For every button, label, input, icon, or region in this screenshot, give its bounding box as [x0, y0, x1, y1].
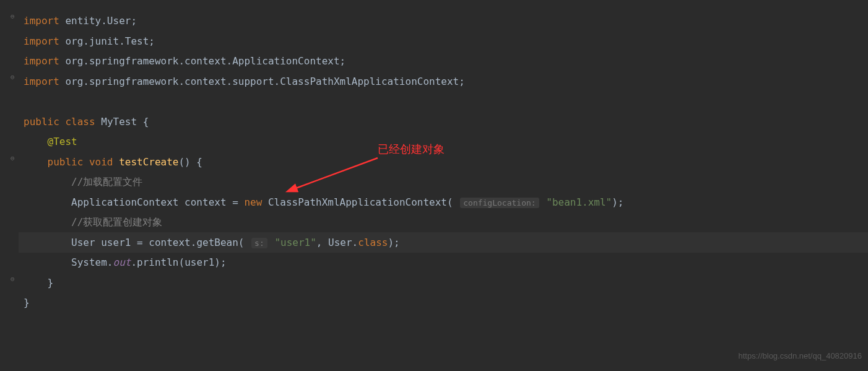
annotation-label: 已经创建对象 [378, 139, 445, 160]
comment: //加载配置文件 [71, 176, 142, 188]
keyword-import: import [24, 55, 59, 67]
class-name: MyTest [95, 116, 143, 128]
line-end: ); [214, 256, 226, 268]
string-literal: "user1" [269, 237, 316, 248]
brace-close: } [24, 297, 30, 308]
code-area[interactable]: import entity.User; import org.junit.Tes… [19, 0, 868, 371]
code-line[interactable]: public void testCreate() { [24, 152, 868, 173]
comment: //获取配置创建对象 [71, 216, 162, 228]
brace-close: } [48, 277, 54, 289]
keyword-void: void [89, 156, 113, 168]
annotation-arrow-icon [285, 155, 384, 198]
equals: = [227, 196, 245, 208]
param-hint: configLocation: [460, 198, 539, 208]
fold-icon[interactable]: ⊖ [11, 275, 17, 281]
code-line-empty[interactable] [24, 92, 868, 112]
code-line[interactable]: import org.springframework.context.Appli… [24, 51, 868, 72]
code-line[interactable]: User user1 = context.getBean( s: "user1"… [24, 233, 868, 253]
paren-open: ( [178, 256, 184, 268]
code-line[interactable]: } [24, 293, 868, 313]
code-line[interactable]: @Test [24, 132, 868, 152]
keyword-new: new [244, 196, 262, 208]
keyword-import: import [24, 35, 59, 47]
keyword-public: public [24, 116, 59, 128]
code-line[interactable]: import org.springframework.context.suppo… [24, 72, 868, 92]
fold-icon[interactable]: ⊖ [11, 12, 17, 19]
static-field: out [113, 256, 131, 268]
keyword-public: public [48, 156, 84, 168]
brace: { [143, 116, 149, 128]
variable: context [184, 196, 226, 208]
code-text: org.springframework.context.support.Clas… [59, 76, 465, 87]
code-line[interactable]: import org.junit.Test; [24, 32, 868, 52]
type-name: User [71, 237, 101, 248]
dot: . [191, 237, 197, 248]
watermark: https://blog.csdn.net/qq_40820916 [739, 346, 862, 367]
param-hint: s: [251, 238, 267, 248]
svg-line-1 [294, 158, 378, 189]
code-line[interactable]: System.out.println(user1); [24, 253, 868, 273]
object: context [149, 237, 190, 248]
method-call: println [137, 256, 178, 268]
code-editor[interactable]: ⊖ ⊖ ⊖ ⊖ import entity.User; import org.j… [0, 0, 868, 371]
annotation-test: @Test [48, 136, 77, 147]
keyword-class: class [358, 237, 388, 248]
class-ref: System [71, 256, 107, 268]
type-name: ApplicationContext [71, 196, 184, 208]
code-line[interactable]: //获取配置创建对象 [24, 212, 868, 233]
string-literal: "bean1.xml" [540, 196, 612, 208]
gutter: ⊖ ⊖ ⊖ ⊖ [0, 0, 19, 371]
method-name: testCreate [119, 156, 178, 168]
parens: () { [178, 156, 202, 168]
method-call: getBean [196, 237, 238, 248]
keyword-class: class [65, 116, 95, 128]
fold-icon[interactable]: ⊖ [11, 154, 17, 160]
keyword-import: import [24, 15, 59, 27]
code-text: org.junit.Test; [59, 35, 155, 47]
line-end: ); [612, 196, 623, 208]
code-text: org.springframework.context.ApplicationC… [59, 55, 345, 67]
keyword-import: import [24, 76, 59, 87]
fold-icon[interactable]: ⊖ [11, 73, 17, 79]
variable: user1 [101, 237, 131, 248]
comma-text: , User. [316, 237, 358, 248]
code-line[interactable]: ApplicationContext context = new ClassPa… [24, 193, 868, 213]
argument: user1 [184, 256, 214, 268]
code-line[interactable]: public class MyTest { [24, 112, 868, 133]
equals: = [131, 237, 149, 248]
code-line[interactable]: //加载配置文件 [24, 172, 868, 193]
paren-open: ( [238, 237, 250, 248]
code-line[interactable]: } [24, 273, 868, 294]
code-text: entity.User; [59, 15, 137, 27]
code-line[interactable]: import entity.User; [24, 11, 868, 32]
dot: . [107, 256, 113, 268]
dot: . [131, 256, 137, 268]
line-end: ); [388, 237, 399, 248]
